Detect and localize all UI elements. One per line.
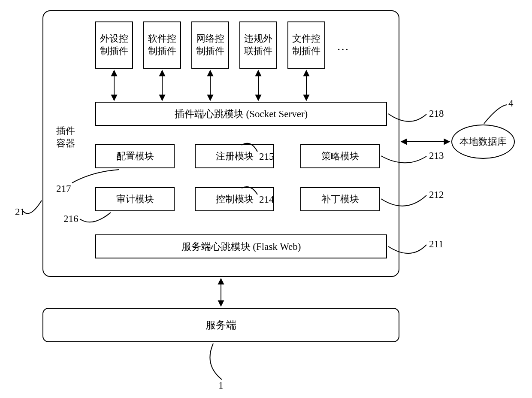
ref-212: 212 — [429, 189, 444, 201]
ref-4: 4 — [508, 98, 514, 109]
plugin-illegal-out: 违规外 联插件 — [239, 21, 277, 69]
module-audit: 审计模块 — [95, 187, 175, 211]
server-box: 服务端 — [42, 308, 399, 342]
plugin-network: 网络控 制插件 — [191, 21, 229, 69]
local-db: 本地数据库 — [451, 125, 515, 159]
module-strategy: 策略模块 — [300, 144, 380, 168]
ref-216: 216 — [63, 213, 79, 225]
plugin-peripheral: 外设控 制插件 — [95, 21, 133, 69]
ref-21: 21 — [15, 207, 25, 218]
module-config: 配置模块 — [95, 144, 175, 168]
more-plugins-ellipsis: … — [337, 39, 350, 54]
module-patch: 补丁模块 — [300, 187, 380, 211]
ref-214: 214 — [259, 194, 274, 205]
flask-web-module: 服务端心跳模块 (Flask Web) — [95, 234, 387, 258]
ref-215: 215 — [259, 151, 274, 162]
ref-1: 1 — [218, 380, 224, 391]
ref-213: 213 — [429, 150, 444, 161]
ref-211: 211 — [429, 239, 444, 250]
ref-217: 217 — [56, 183, 71, 194]
plugin-container-label: 插件 容器 — [56, 125, 75, 149]
plugin-software: 软件控 制插件 — [143, 21, 181, 69]
socket-server-module: 插件端心跳模块 (Socket Server) — [95, 102, 387, 126]
plugin-file: 文件控 制插件 — [287, 21, 325, 69]
ref-218: 218 — [429, 108, 444, 119]
